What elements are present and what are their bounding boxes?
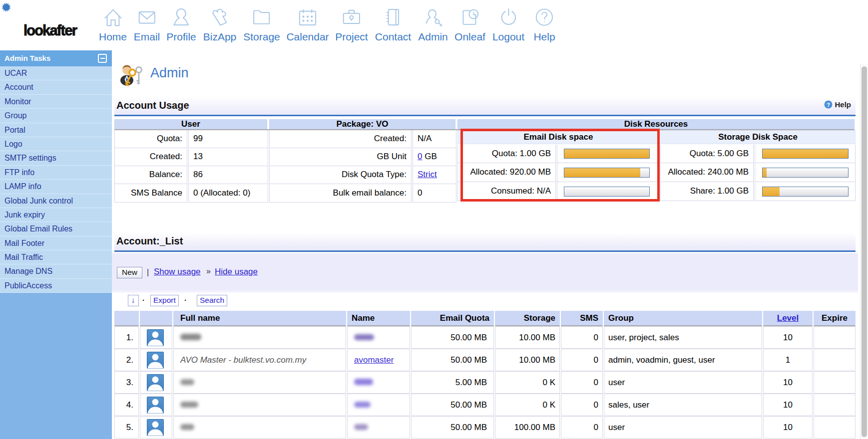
svg-text:?: ?	[827, 102, 830, 108]
